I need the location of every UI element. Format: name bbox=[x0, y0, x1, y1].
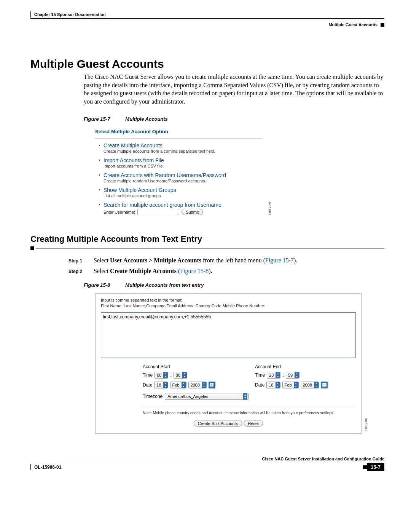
list-item: Import Accounts from File Import account… bbox=[99, 157, 263, 168]
figure-8-caption: Figure 15-8 Multiple Accounts from text … bbox=[84, 282, 384, 288]
figure-ref-15-8[interactable]: Figure 15-8 bbox=[180, 268, 209, 274]
input-hint-2: First Name:,Last Name:,Company:,Email Ad… bbox=[101, 303, 356, 308]
end-month-stepper[interactable]: Feb▲▼ bbox=[282, 382, 299, 388]
figure-7-title: Multiple Accounts bbox=[125, 116, 167, 122]
start-day-stepper[interactable]: 18▲▼ bbox=[154, 382, 168, 388]
timezone-select[interactable]: America/Los_Angeles ▲▼ bbox=[165, 393, 249, 400]
end-day-stepper[interactable]: 18▲▼ bbox=[266, 382, 280, 388]
footer-square-icon bbox=[363, 465, 367, 469]
panel-title: Select Multiple Account Option bbox=[95, 129, 263, 139]
figure-8-title: Multiple Accounts from text entry bbox=[125, 282, 204, 288]
preferences-note: Note: Mobile phone country codes and Acc… bbox=[143, 411, 356, 415]
step-2-text: Select Create Multiple Accounts (Figure … bbox=[94, 268, 212, 275]
start-year-stepper[interactable]: 2008▲▼ bbox=[188, 382, 207, 388]
list-item: Show Multiple Account Groups List all mu… bbox=[99, 187, 263, 198]
step-2-label: Step 2 bbox=[68, 268, 87, 275]
reset-button[interactable]: Reset bbox=[244, 420, 263, 427]
time-label: Time bbox=[143, 372, 153, 378]
submit-button[interactable]: Submit bbox=[182, 209, 203, 215]
step-1-label: Step 1 bbox=[68, 257, 87, 264]
header-rule-icon bbox=[30, 11, 31, 18]
figure-7-caption: Figure 15-7 Multiple Accounts bbox=[84, 116, 384, 122]
link-search-group[interactable]: Search for multiple account group from U… bbox=[104, 202, 263, 208]
search-label: Enter Username: bbox=[104, 210, 135, 214]
figure-8-id: 186780 bbox=[364, 417, 368, 431]
step-1-text: Select User Accounts > Multiple Accounts… bbox=[94, 257, 297, 264]
figure-7-panel: Select Multiple Account Option Create Mu… bbox=[95, 129, 263, 215]
bulk-input-textarea[interactable] bbox=[101, 312, 356, 358]
footer-guide-title: Cisco NAC Guest Server Installation and … bbox=[30, 457, 384, 462]
account-start-label: Account Start bbox=[143, 364, 244, 369]
figure-7-label: Figure 15-7 bbox=[84, 116, 110, 122]
end-year-stepper[interactable]: 2008▲▼ bbox=[301, 382, 319, 388]
link-desc: Import accounts from a CSV file. bbox=[104, 164, 263, 168]
divider bbox=[143, 407, 356, 407]
link-desc: List all multiple account groups bbox=[104, 193, 263, 198]
create-bulk-button[interactable]: Create Bulk Accounts bbox=[194, 420, 242, 427]
link-import-file[interactable]: Import Accounts from File bbox=[104, 157, 263, 163]
timezone-label: Timezone bbox=[143, 394, 162, 399]
end-hour-stepper[interactable]: 23▲▼ bbox=[267, 372, 280, 379]
end-min-stepper[interactable]: 59▲▼ bbox=[286, 372, 299, 379]
link-desc: Create multiple random Username/Password… bbox=[104, 179, 263, 183]
start-min-stepper[interactable]: 00▲▼ bbox=[174, 372, 187, 379]
date-label: Date bbox=[143, 382, 152, 388]
intro-paragraph: The Cisco NAC Guest Server allows you to… bbox=[84, 73, 384, 105]
footer-doc-id: OL-15986-01 bbox=[34, 465, 61, 470]
date-label: Date bbox=[255, 382, 264, 388]
figure-8-label: Figure 15-8 bbox=[84, 282, 110, 288]
link-random-accounts[interactable]: Create Accounts with Random Username/Pas… bbox=[104, 172, 263, 178]
link-desc: Create multiple accounts from a comma se… bbox=[104, 149, 263, 153]
footer-rule-icon bbox=[30, 464, 31, 470]
header-square-icon bbox=[381, 23, 384, 27]
account-end-label: Account End bbox=[255, 364, 356, 369]
page-number: 15-7 bbox=[367, 463, 384, 471]
rule-line bbox=[36, 248, 384, 249]
list-item: Create Accounts with Random Username/Pas… bbox=[99, 172, 263, 183]
input-hint-1: Input is comma separated text in the for… bbox=[101, 297, 356, 303]
chapter-title: Chapter 15 Sponsor Documentation bbox=[34, 12, 106, 17]
start-hour-stepper[interactable]: 00▲▼ bbox=[155, 372, 168, 379]
start-month-stepper[interactable]: Feb▲▼ bbox=[170, 382, 186, 388]
link-show-groups[interactable]: Show Multiple Account Groups bbox=[104, 187, 263, 193]
rule-square-icon bbox=[30, 246, 34, 250]
list-item: Search for multiple account group from U… bbox=[99, 202, 263, 215]
list-item: Create Multiple Accounts Create multiple… bbox=[99, 142, 263, 153]
figure-ref-15-7[interactable]: Figure 15-7 bbox=[265, 257, 294, 264]
figure-8-panel: Input is comma separated text in the for… bbox=[95, 293, 362, 434]
section-heading: Creating Multiple Accounts from Text Ent… bbox=[30, 234, 384, 244]
calendar-icon[interactable] bbox=[321, 382, 328, 388]
time-label: Time bbox=[255, 372, 265, 378]
page-title: Multiple Guest Accounts bbox=[30, 58, 384, 70]
calendar-icon[interactable] bbox=[209, 382, 215, 388]
section-title: Multiple Guest Accounts bbox=[328, 22, 378, 27]
username-input[interactable] bbox=[137, 209, 179, 215]
figure-7-id: 186779 bbox=[268, 201, 272, 215]
link-create-multiple[interactable]: Create Multiple Accounts bbox=[104, 142, 263, 149]
